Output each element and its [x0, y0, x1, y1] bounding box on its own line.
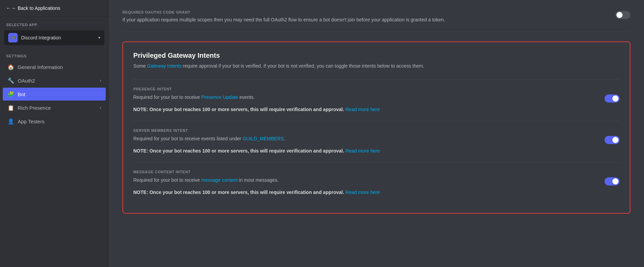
settings-section-label: SETTINGS	[0, 50, 108, 60]
sidebar-item-general-information[interactable]: 🏠 General Information	[3, 60, 106, 73]
sidebar: ← ← Back to Applications SELECTED APP 🎮 …	[0, 0, 109, 267]
nav-label-app-testers: App Testers	[18, 119, 45, 124]
selected-app-label: SELECTED APP	[0, 17, 108, 29]
oauth2-chevron-icon: ›	[100, 78, 101, 83]
oauth-code-grant-text: REQUIRES OAUTH2 CODE GRANT If your appli…	[122, 10, 609, 23]
oauth-code-grant-toggle[interactable]	[615, 11, 630, 19]
gateway-intents-link[interactable]: Gateway Intents	[147, 63, 181, 69]
main-content: REQUIRES OAUTH2 CODE GRANT If your appli…	[109, 0, 644, 267]
privileged-gateway-intents-box: Privileged Gateway Intents Some Gateway …	[122, 41, 630, 214]
app-icon-glyph: 🎮	[10, 35, 16, 40]
gateway-intents-description: Some Gateway Intents require approval if…	[133, 62, 620, 70]
guild-members-link[interactable]: GUILD_MEMBERS	[242, 136, 284, 141]
app-selector-chevron-icon: ▾	[98, 35, 100, 40]
home-icon: 🏠	[7, 64, 14, 70]
nav-label-rich-presence: Rich Presence	[18, 105, 51, 111]
message-content-read-more-link[interactable]: Read more here	[345, 190, 380, 195]
sidebar-item-app-testers[interactable]: 👤 App Testers	[3, 115, 106, 128]
rich-presence-icon: 📋	[7, 104, 14, 111]
server-members-intent-description: Required for your bot to receive events …	[133, 135, 598, 142]
sidebar-item-bot[interactable]: 🧩 Bot	[3, 88, 106, 101]
app-icon: 🎮	[8, 33, 18, 42]
rich-presence-chevron-icon: ›	[100, 105, 101, 110]
oauth-code-grant-label: REQUIRES OAUTH2 CODE GRANT	[122, 10, 609, 14]
server-members-intent-note: NOTE: Once your bot reaches 100 or more …	[133, 147, 620, 155]
sidebar-item-rich-presence[interactable]: 📋 Rich Presence ›	[3, 101, 106, 114]
oauth-code-grant-row: REQUIRES OAUTH2 CODE GRANT If your appli…	[122, 10, 630, 23]
oauth-code-grant-section: REQUIRES OAUTH2 CODE GRANT If your appli…	[122, 10, 630, 32]
server-members-intent-toggle[interactable]	[605, 136, 620, 144]
server-members-intent-label: SERVER MEMBERS INTENT	[133, 128, 620, 132]
presence-intent-toggle[interactable]	[605, 94, 620, 103]
message-content-link[interactable]: message content	[201, 177, 238, 183]
presence-intent-section: PRESENCE INTENT Required for your bot to…	[133, 79, 620, 121]
server-members-intent-row: Required for your bot to receive events …	[133, 135, 620, 144]
bot-icon: 🧩	[7, 91, 14, 97]
nav-label-general-information: General Information	[18, 64, 63, 70]
message-content-intent-section: MESSAGE CONTENT INTENT Required for your…	[133, 162, 620, 203]
server-members-read-more-link[interactable]: Read more here	[345, 148, 380, 154]
nav-label-bot: Bot	[18, 91, 26, 97]
presence-update-link[interactable]: Presence Update	[201, 94, 238, 100]
oauth-code-grant-description: If your application requires multiple sc…	[122, 16, 609, 23]
message-content-intent-label: MESSAGE CONTENT INTENT	[133, 170, 620, 174]
oauth2-icon: 🔧	[7, 77, 14, 84]
app-selector[interactable]: 🎮 Discord Integration ▾	[4, 30, 104, 45]
message-content-intent-note: NOTE: Once your bot reaches 100 or more …	[133, 189, 620, 196]
message-content-intent-description: Required for your bot to receive message…	[133, 177, 598, 184]
nav-label-oauth2: OAuth2	[18, 78, 35, 84]
presence-intent-note: NOTE: Once your bot reaches 100 or more …	[133, 106, 620, 113]
presence-intent-read-more-link[interactable]: Read more here	[345, 107, 380, 112]
presence-intent-description: Required for your bot to receive Presenc…	[133, 94, 598, 101]
message-content-intent-row: Required for your bot to receive message…	[133, 177, 620, 185]
sidebar-item-oauth2[interactable]: 🔧 OAuth2 ›	[3, 74, 106, 87]
server-members-intent-section: SERVER MEMBERS INTENT Required for your …	[133, 121, 620, 162]
back-arrow-icon: ←	[6, 5, 11, 11]
back-to-applications-link[interactable]: ← ← Back to Applications	[0, 0, 108, 17]
app-testers-icon: 👤	[7, 118, 14, 125]
presence-intent-label: PRESENCE INTENT	[133, 87, 620, 91]
app-name: Discord Integration	[21, 35, 95, 40]
message-content-intent-toggle[interactable]	[605, 177, 620, 185]
gateway-intents-title: Privileged Gateway Intents	[133, 52, 620, 59]
back-label: ← Back to Applications	[12, 5, 60, 11]
presence-intent-row: Required for your bot to receive Presenc…	[133, 94, 620, 103]
